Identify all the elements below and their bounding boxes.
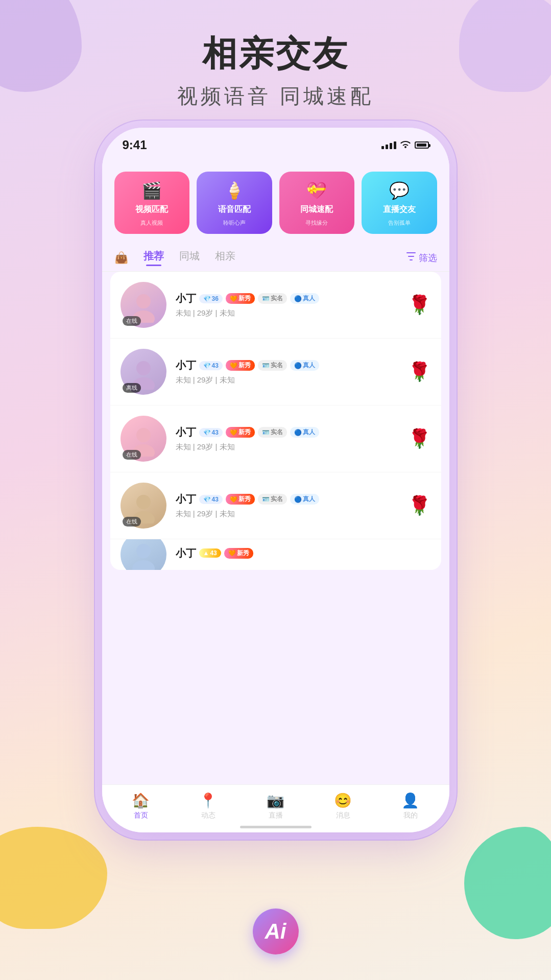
avatar-wrap-3: 在线 bbox=[121, 416, 166, 462]
avatar-wrap-5 bbox=[121, 539, 166, 570]
voice-card-title: 语音匹配 bbox=[218, 204, 251, 215]
voice-card-icon: 🍦 bbox=[224, 181, 245, 200]
feature-card-city[interactable]: 💝 同城速配 寻找缘分 bbox=[279, 172, 355, 234]
blob-bottom-left bbox=[0, 827, 107, 929]
nav-item-profile[interactable]: 👤 我的 bbox=[401, 792, 419, 820]
rose-button-3[interactable]: 🌹 bbox=[408, 428, 431, 449]
bottom-navigation: 🏠 首页 📍 动态 📷 直播 😊 消息 👤 我的 bbox=[102, 784, 449, 831]
battery-icon bbox=[415, 141, 429, 149]
user-info-5: 小丁 ▲43 🧡新秀 bbox=[176, 546, 431, 563]
nav-item-live[interactable]: 📷 直播 bbox=[267, 792, 284, 820]
rose-button-4[interactable]: 🌹 bbox=[408, 495, 431, 516]
user-item[interactable]: 离线 小丁 💎43 🧡新秀 🪪实名 bbox=[110, 339, 441, 405]
tab-navigation: 👜 推荐 同城 相亲 筛选 bbox=[102, 244, 449, 272]
badge-real-3: 🔵真人 bbox=[290, 427, 319, 438]
wifi-icon bbox=[400, 140, 411, 151]
badge-realname-2: 🪪实名 bbox=[258, 360, 287, 371]
badge-new-5: 🧡新秀 bbox=[224, 548, 253, 559]
feed-nav-icon: 📍 bbox=[199, 792, 217, 809]
badge-diamond-1: 💎36 bbox=[199, 294, 223, 303]
user-item[interactable]: 在线 小丁 💎36 🧡新秀 🪪实名 bbox=[110, 272, 441, 339]
home-nav-label: 首页 bbox=[134, 811, 148, 820]
live-card-icon: 💬 bbox=[389, 181, 410, 200]
tab-filter-button[interactable]: 筛选 bbox=[406, 252, 437, 264]
svg-point-9 bbox=[132, 560, 155, 570]
svg-point-6 bbox=[136, 495, 151, 509]
user-name-row-1: 小丁 💎36 🧡新秀 🪪实名 🔵真人 bbox=[176, 292, 399, 305]
video-card-icon: 🎬 bbox=[141, 181, 162, 200]
user-name-1: 小丁 bbox=[176, 292, 196, 305]
badge-diamond-3: 💎43 bbox=[199, 428, 223, 437]
filter-icon bbox=[406, 252, 416, 263]
blob-bottom-right bbox=[464, 827, 551, 939]
nav-item-message[interactable]: 😊 消息 bbox=[334, 792, 352, 820]
user-name-4: 小丁 bbox=[176, 492, 196, 506]
feed-nav-label: 动态 bbox=[201, 811, 215, 820]
home-nav-icon: 🏠 bbox=[132, 792, 150, 809]
city-card-subtitle: 寻找缘分 bbox=[305, 219, 328, 227]
user-list: 在线 小丁 💎36 🧡新秀 🪪实名 bbox=[110, 272, 441, 570]
svg-point-4 bbox=[136, 428, 151, 442]
live-card-subtitle: 告别孤单 bbox=[388, 219, 411, 227]
rose-button-2[interactable]: 🌹 bbox=[408, 361, 431, 383]
phone-content: 🎬 视频匹配 真人视频 🍦 语音匹配 聆听心声 💝 同城速配 寻找缘分 💬 直播… bbox=[102, 157, 449, 831]
header-subtitle: 视频语音 同城速配 bbox=[0, 82, 551, 110]
voice-card-subtitle: 聆听心声 bbox=[223, 219, 246, 227]
feature-card-live[interactable]: 💬 直播交友 告别孤单 bbox=[362, 172, 437, 234]
badge-real-4: 🔵真人 bbox=[290, 494, 319, 505]
live-card-title: 直播交友 bbox=[383, 204, 416, 215]
ai-badge[interactable]: Ai bbox=[253, 909, 299, 954]
user-name-3: 小丁 bbox=[176, 425, 196, 439]
badge-real-2: 🔵真人 bbox=[290, 360, 319, 371]
online-status-3: 在线 bbox=[123, 450, 141, 460]
user-meta-1: 未知 | 29岁 | 未知 bbox=[176, 308, 399, 318]
user-info-2: 小丁 💎43 🧡新秀 🪪实名 🔵真人 bbox=[176, 358, 399, 385]
phone-frame: 9:41 🎬 视频匹配 真人视频 bbox=[102, 128, 449, 832]
user-name-row-2: 小丁 💎43 🧡新秀 🪪实名 🔵真人 bbox=[176, 358, 399, 372]
home-indicator bbox=[240, 826, 312, 828]
user-item[interactable]: 小丁 ▲43 🧡新秀 bbox=[110, 539, 441, 570]
tab-recommend[interactable]: 推荐 bbox=[143, 249, 164, 266]
user-item[interactable]: 在线 小丁 💎43 🧡新秀 🪪实名 bbox=[110, 472, 441, 539]
badge-new-1: 🧡新秀 bbox=[226, 293, 255, 304]
badge-diamond-5: ▲43 bbox=[199, 548, 221, 558]
nav-item-feed[interactable]: 📍 动态 bbox=[199, 792, 217, 820]
avatar-wrap-4: 在线 bbox=[121, 483, 166, 529]
tab-city[interactable]: 同城 bbox=[179, 249, 200, 266]
feature-card-video[interactable]: 🎬 视频匹配 真人视频 bbox=[114, 172, 190, 234]
svg-point-8 bbox=[136, 544, 151, 558]
city-card-icon: 💝 bbox=[306, 181, 327, 200]
video-card-subtitle: 真人视频 bbox=[140, 219, 163, 227]
live-nav-label: 直播 bbox=[269, 811, 283, 820]
feature-card-voice[interactable]: 🍦 语音匹配 聆听心声 bbox=[197, 172, 272, 234]
svg-point-2 bbox=[136, 361, 151, 375]
badge-realname-3: 🪪实名 bbox=[258, 427, 287, 438]
filter-label: 筛选 bbox=[419, 252, 437, 264]
status-icons bbox=[381, 140, 429, 151]
rose-button-1[interactable]: 🌹 bbox=[408, 294, 431, 316]
badge-new-2: 🧡新秀 bbox=[226, 360, 255, 371]
signal-icon bbox=[381, 141, 396, 149]
user-name-row-3: 小丁 💎43 🧡新秀 🪪实名 🔵真人 bbox=[176, 425, 399, 439]
avatar-wrap-2: 离线 bbox=[121, 349, 166, 395]
tab-matchmaking[interactable]: 相亲 bbox=[215, 249, 235, 266]
badge-diamond-4: 💎43 bbox=[199, 495, 223, 504]
online-status-4: 在线 bbox=[123, 517, 141, 527]
header-area: 相亲交友 视频语音 同城速配 bbox=[0, 31, 551, 110]
message-nav-icon: 😊 bbox=[334, 792, 352, 809]
user-item[interactable]: 在线 小丁 💎43 🧡新秀 🪪实名 bbox=[110, 405, 441, 472]
video-card-title: 视频匹配 bbox=[135, 204, 168, 215]
badge-realname-1: 🪪实名 bbox=[258, 293, 287, 304]
profile-nav-icon: 👤 bbox=[401, 792, 419, 809]
nav-item-home[interactable]: 🏠 首页 bbox=[132, 792, 150, 820]
badge-diamond-2: 💎43 bbox=[199, 361, 223, 370]
status-bar: 9:41 bbox=[102, 128, 449, 157]
profile-nav-label: 我的 bbox=[403, 811, 418, 820]
status-time: 9:41 bbox=[123, 138, 147, 152]
online-status-2: 离线 bbox=[123, 383, 141, 393]
user-name-row-5: 小丁 ▲43 🧡新秀 bbox=[176, 546, 431, 560]
user-info-3: 小丁 💎43 🧡新秀 🪪实名 🔵真人 bbox=[176, 425, 399, 452]
user-meta-2: 未知 | 29岁 | 未知 bbox=[176, 375, 399, 385]
badge-real-1: 🔵真人 bbox=[290, 293, 319, 304]
badge-realname-4: 🪪实名 bbox=[258, 494, 287, 505]
